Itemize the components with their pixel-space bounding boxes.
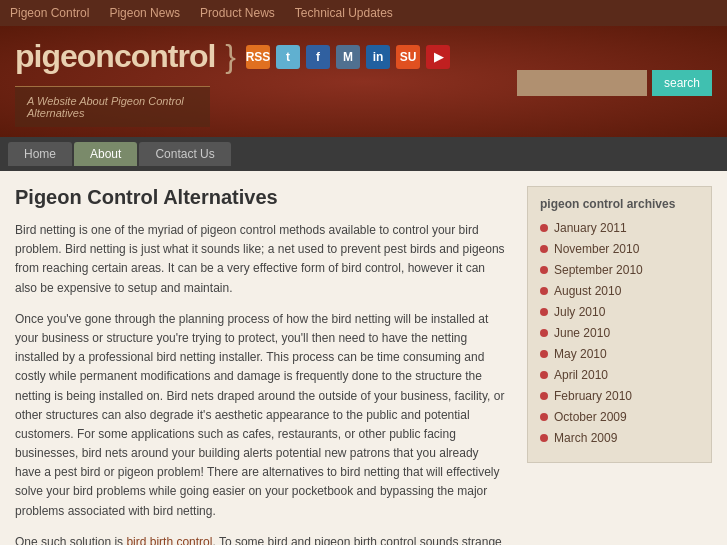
archive-dot <box>540 224 548 232</box>
archive-link[interactable]: September 2010 <box>554 263 643 277</box>
archive-item: July 2010 <box>540 305 699 319</box>
article-paragraph-1: Bird netting is one of the myriad of pig… <box>15 221 507 298</box>
archive-dot <box>540 266 548 274</box>
logo-area: pigeoncontrol } RSS t f M in SU ▶ <box>15 38 450 75</box>
myspace-icon[interactable]: M <box>336 45 360 69</box>
archive-item: April 2010 <box>540 368 699 382</box>
archive-item: February 2010 <box>540 389 699 403</box>
archive-link[interactable]: October 2009 <box>554 410 627 424</box>
archive-item: January 2011 <box>540 221 699 235</box>
archive-dot <box>540 308 548 316</box>
archive-link[interactable]: March 2009 <box>554 431 617 445</box>
search-area: search <box>517 70 712 96</box>
search-input[interactable] <box>517 70 647 96</box>
archive-dot <box>540 392 548 400</box>
social-icons-bar: RSS t f M in SU ▶ <box>246 45 450 69</box>
nav-contact[interactable]: Contact Us <box>139 142 230 166</box>
stumbleupon-icon[interactable]: SU <box>396 45 420 69</box>
nav-about[interactable]: About <box>74 142 137 166</box>
nav-home[interactable]: Home <box>8 142 72 166</box>
archive-dot <box>540 329 548 337</box>
tagline-box: A Website About Pigeon Control Alternati… <box>15 86 210 127</box>
archive-link[interactable]: May 2010 <box>554 347 607 361</box>
archive-item: June 2010 <box>540 326 699 340</box>
archive-dot <box>540 434 548 442</box>
linkedin-icon[interactable]: in <box>366 45 390 69</box>
archive-link[interactable]: July 2010 <box>554 305 605 319</box>
archive-item: October 2009 <box>540 410 699 424</box>
sidebar: pigeon control archives January 2011Nove… <box>527 186 712 545</box>
archive-item: March 2009 <box>540 431 699 445</box>
top-navigation: Pigeon ControlPigeon NewsProduct NewsTec… <box>0 0 727 26</box>
archive-item: September 2010 <box>540 263 699 277</box>
secondary-navigation: Home About Contact Us <box>0 137 727 171</box>
archive-item: August 2010 <box>540 284 699 298</box>
youtube-icon[interactable]: ▶ <box>426 45 450 69</box>
archive-dot <box>540 371 548 379</box>
content-wrapper: Pigeon Control Alternatives Bird netting… <box>0 171 727 545</box>
topnav-item[interactable]: Pigeon Control <box>10 6 89 20</box>
article-title: Pigeon Control Alternatives <box>15 186 507 209</box>
article-body: Bird netting is one of the myriad of pig… <box>15 221 507 545</box>
archive-dot <box>540 350 548 358</box>
archive-item: November 2010 <box>540 242 699 256</box>
archive-link[interactable]: June 2010 <box>554 326 610 340</box>
archive-link[interactable]: April 2010 <box>554 368 608 382</box>
archive-link[interactable]: February 2010 <box>554 389 632 403</box>
archive-item: May 2010 <box>540 347 699 361</box>
main-content: Pigeon Control Alternatives Bird netting… <box>15 186 527 545</box>
article-paragraph-2: Once you've gone through the planning pr… <box>15 310 507 521</box>
archive-link[interactable]: August 2010 <box>554 284 621 298</box>
topnav-item[interactable]: Product News <box>200 6 275 20</box>
archive-dot <box>540 287 548 295</box>
rss-icon[interactable]: RSS <box>246 45 270 69</box>
archive-dot <box>540 413 548 421</box>
facebook-icon[interactable]: f <box>306 45 330 69</box>
topnav-item[interactable]: Pigeon News <box>109 6 180 20</box>
tagline-text: A Website About Pigeon Control Alternati… <box>27 95 184 119</box>
archives-title: pigeon control archives <box>540 197 699 211</box>
archive-link[interactable]: January 2011 <box>554 221 627 235</box>
topnav-item[interactable]: Technical Updates <box>295 6 393 20</box>
logo-brace: } <box>225 38 236 75</box>
archive-link[interactable]: November 2010 <box>554 242 639 256</box>
twitter-icon[interactable]: t <box>276 45 300 69</box>
archive-dot <box>540 245 548 253</box>
search-button[interactable]: search <box>652 70 712 96</box>
archives-list: January 2011November 2010September 2010A… <box>540 221 699 445</box>
site-header: pigeoncontrol } RSS t f M in SU ▶ A Webs… <box>0 26 727 137</box>
logo-text: pigeoncontrol <box>15 38 215 75</box>
article-paragraph-3: One such solution is bird birth control.… <box>15 533 507 545</box>
bird-birth-control-link[interactable]: bird birth control <box>126 535 212 545</box>
archives-section: pigeon control archives January 2011Nove… <box>527 186 712 463</box>
